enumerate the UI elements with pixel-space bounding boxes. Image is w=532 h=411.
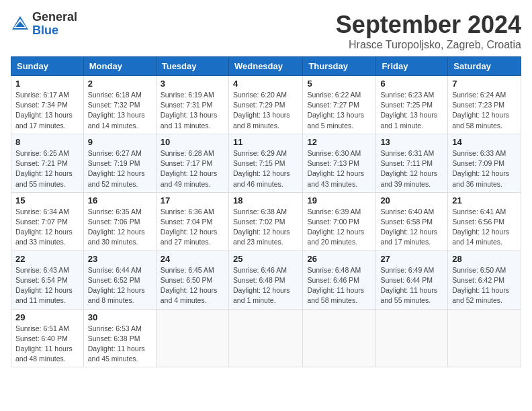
day-info: Sunrise: 6:31 AM Sunset: 7:11 PM Dayligh… xyxy=(380,148,443,189)
month-title: September 2024 xyxy=(336,11,521,39)
day-info: Sunrise: 6:49 AM Sunset: 6:44 PM Dayligh… xyxy=(380,265,443,306)
day-number: 24 xyxy=(161,254,224,264)
day-number: 14 xyxy=(452,137,517,147)
calendar-week-5: 29Sunrise: 6:51 AM Sunset: 6:40 PM Dayli… xyxy=(11,309,521,367)
day-header-wednesday: Wednesday xyxy=(228,57,302,76)
calendar-cell: 19Sunrise: 6:39 AM Sunset: 7:00 PM Dayli… xyxy=(303,192,376,250)
day-number: 27 xyxy=(380,254,443,264)
calendar-body: 1Sunrise: 6:17 AM Sunset: 7:34 PM Daylig… xyxy=(11,76,521,367)
calendar-cell: 1Sunrise: 6:17 AM Sunset: 7:34 PM Daylig… xyxy=(11,76,84,134)
calendar-cell: 25Sunrise: 6:46 AM Sunset: 6:48 PM Dayli… xyxy=(228,250,302,309)
calendar-cell: 15Sunrise: 6:34 AM Sunset: 7:07 PM Dayli… xyxy=(11,192,84,250)
calendar-cell: 12Sunrise: 6:30 AM Sunset: 7:13 PM Dayli… xyxy=(303,134,376,192)
logo-general: General xyxy=(32,11,77,24)
calendar-cell: 30Sunrise: 6:53 AM Sunset: 6:38 PM Dayli… xyxy=(83,309,156,367)
day-number: 7 xyxy=(452,79,517,89)
day-info: Sunrise: 6:19 AM Sunset: 7:31 PM Dayligh… xyxy=(161,90,224,131)
day-number: 12 xyxy=(307,137,371,147)
calendar-cell: 13Sunrise: 6:31 AM Sunset: 7:11 PM Dayli… xyxy=(376,134,448,192)
day-info: Sunrise: 6:25 AM Sunset: 7:21 PM Dayligh… xyxy=(15,148,79,189)
day-info: Sunrise: 6:45 AM Sunset: 6:50 PM Dayligh… xyxy=(161,265,224,306)
day-info: Sunrise: 6:22 AM Sunset: 7:27 PM Dayligh… xyxy=(307,90,371,131)
calendar-week-3: 15Sunrise: 6:34 AM Sunset: 7:07 PM Dayli… xyxy=(11,192,521,250)
calendar-cell: 23Sunrise: 6:44 AM Sunset: 6:52 PM Dayli… xyxy=(83,250,156,309)
calendar-cell: 2Sunrise: 6:18 AM Sunset: 7:32 PM Daylig… xyxy=(83,76,156,134)
calendar-cell: 10Sunrise: 6:28 AM Sunset: 7:17 PM Dayli… xyxy=(156,134,228,192)
day-number: 18 xyxy=(233,195,298,205)
day-number: 11 xyxy=(233,137,298,147)
header-row: SundayMondayTuesdayWednesdayThursdayFrid… xyxy=(11,57,521,76)
day-number: 6 xyxy=(380,79,443,89)
day-number: 8 xyxy=(15,137,79,147)
day-number: 17 xyxy=(161,195,224,205)
day-info: Sunrise: 6:27 AM Sunset: 7:19 PM Dayligh… xyxy=(88,148,152,189)
logo: General Blue xyxy=(11,11,77,38)
day-header-sunday: Sunday xyxy=(11,57,84,76)
day-number: 5 xyxy=(307,79,371,89)
day-info: Sunrise: 6:40 AM Sunset: 6:58 PM Dayligh… xyxy=(380,207,443,248)
day-info: Sunrise: 6:20 AM Sunset: 7:29 PM Dayligh… xyxy=(233,90,298,131)
day-info: Sunrise: 6:24 AM Sunset: 7:23 PM Dayligh… xyxy=(452,90,517,131)
day-number: 22 xyxy=(15,254,79,264)
calendar-week-2: 8Sunrise: 6:25 AM Sunset: 7:21 PM Daylig… xyxy=(11,134,521,192)
day-info: Sunrise: 6:33 AM Sunset: 7:09 PM Dayligh… xyxy=(452,148,517,189)
calendar-cell xyxy=(303,309,376,367)
day-info: Sunrise: 6:30 AM Sunset: 7:13 PM Dayligh… xyxy=(307,148,371,189)
calendar-week-1: 1Sunrise: 6:17 AM Sunset: 7:34 PM Daylig… xyxy=(11,76,521,134)
day-number: 28 xyxy=(452,254,517,264)
calendar-cell xyxy=(448,309,521,367)
calendar-cell: 22Sunrise: 6:43 AM Sunset: 6:54 PM Dayli… xyxy=(11,250,84,309)
calendar-cell: 18Sunrise: 6:38 AM Sunset: 7:02 PM Dayli… xyxy=(228,192,302,250)
day-number: 15 xyxy=(15,195,79,205)
day-number: 20 xyxy=(380,195,443,205)
day-header-monday: Monday xyxy=(83,57,156,76)
day-info: Sunrise: 6:23 AM Sunset: 7:25 PM Dayligh… xyxy=(380,90,443,131)
logo-blue: Blue xyxy=(32,24,77,38)
day-number: 19 xyxy=(307,195,371,205)
calendar-cell: 11Sunrise: 6:29 AM Sunset: 7:15 PM Dayli… xyxy=(228,134,302,192)
day-info: Sunrise: 6:41 AM Sunset: 6:56 PM Dayligh… xyxy=(452,207,517,248)
calendar-cell: 21Sunrise: 6:41 AM Sunset: 6:56 PM Dayli… xyxy=(448,192,521,250)
day-info: Sunrise: 6:48 AM Sunset: 6:46 PM Dayligh… xyxy=(307,265,371,306)
calendar-cell: 14Sunrise: 6:33 AM Sunset: 7:09 PM Dayli… xyxy=(448,134,521,192)
logo-text: General Blue xyxy=(32,11,77,38)
calendar-table: SundayMondayTuesdayWednesdayThursdayFrid… xyxy=(11,56,521,367)
day-number: 13 xyxy=(380,137,443,147)
day-number: 16 xyxy=(88,195,152,205)
location-title: Hrasce Turopoljsko, Zagreb, Croatia xyxy=(336,39,521,51)
day-number: 10 xyxy=(161,137,224,147)
day-number: 3 xyxy=(161,79,224,89)
calendar-cell xyxy=(376,309,448,367)
calendar-cell xyxy=(156,309,228,367)
day-number: 26 xyxy=(307,254,371,264)
day-info: Sunrise: 6:34 AM Sunset: 7:07 PM Dayligh… xyxy=(15,207,79,248)
title-section: September 2024 Hrasce Turopoljsko, Zagre… xyxy=(336,11,521,51)
day-number: 9 xyxy=(88,137,152,147)
day-info: Sunrise: 6:39 AM Sunset: 7:00 PM Dayligh… xyxy=(307,207,371,248)
day-info: Sunrise: 6:44 AM Sunset: 6:52 PM Dayligh… xyxy=(88,265,152,306)
day-info: Sunrise: 6:36 AM Sunset: 7:04 PM Dayligh… xyxy=(161,207,224,248)
calendar-cell: 20Sunrise: 6:40 AM Sunset: 6:58 PM Dayli… xyxy=(376,192,448,250)
calendar-cell xyxy=(228,309,302,367)
day-number: 29 xyxy=(15,312,79,322)
day-header-thursday: Thursday xyxy=(303,57,376,76)
day-info: Sunrise: 6:18 AM Sunset: 7:32 PM Dayligh… xyxy=(88,90,152,131)
page-header: General Blue September 2024 Hrasce Turop… xyxy=(11,11,521,51)
day-header-friday: Friday xyxy=(376,57,448,76)
day-info: Sunrise: 6:17 AM Sunset: 7:34 PM Dayligh… xyxy=(15,90,79,131)
day-number: 1 xyxy=(15,79,79,89)
day-header-saturday: Saturday xyxy=(448,57,521,76)
calendar-cell: 7Sunrise: 6:24 AM Sunset: 7:23 PM Daylig… xyxy=(448,76,521,134)
calendar-cell: 17Sunrise: 6:36 AM Sunset: 7:04 PM Dayli… xyxy=(156,192,228,250)
calendar-cell: 27Sunrise: 6:49 AM Sunset: 6:44 PM Dayli… xyxy=(376,250,448,309)
day-number: 23 xyxy=(88,254,152,264)
calendar-header: SundayMondayTuesdayWednesdayThursdayFrid… xyxy=(11,57,521,76)
day-info: Sunrise: 6:28 AM Sunset: 7:17 PM Dayligh… xyxy=(161,148,224,189)
calendar-cell: 8Sunrise: 6:25 AM Sunset: 7:21 PM Daylig… xyxy=(11,134,84,192)
calendar-cell: 26Sunrise: 6:48 AM Sunset: 6:46 PM Dayli… xyxy=(303,250,376,309)
day-info: Sunrise: 6:35 AM Sunset: 7:06 PM Dayligh… xyxy=(88,207,152,248)
calendar-cell: 24Sunrise: 6:45 AM Sunset: 6:50 PM Dayli… xyxy=(156,250,228,309)
day-number: 4 xyxy=(233,79,298,89)
calendar-cell: 4Sunrise: 6:20 AM Sunset: 7:29 PM Daylig… xyxy=(228,76,302,134)
day-info: Sunrise: 6:51 AM Sunset: 6:40 PM Dayligh… xyxy=(15,324,79,365)
